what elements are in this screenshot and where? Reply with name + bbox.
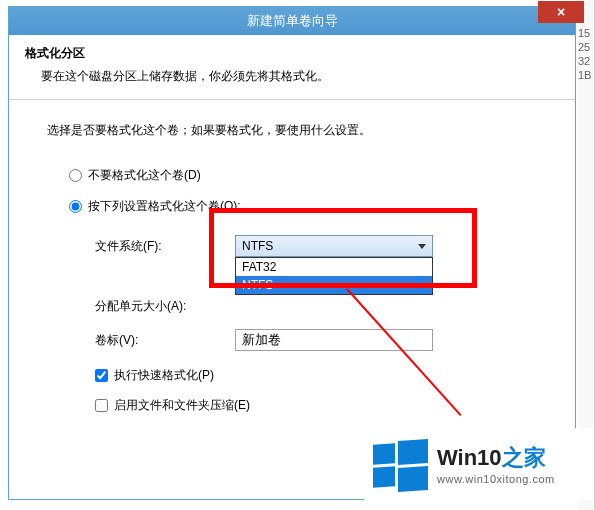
watermark-brand-prefix: Win10: [437, 445, 502, 470]
watermark-brand-suffix: 之家: [502, 445, 546, 470]
radio-do-format-input[interactable]: [69, 200, 82, 213]
compress-row[interactable]: 启用文件和文件夹压缩(E): [95, 393, 545, 417]
quick-format-checkbox[interactable]: [95, 369, 108, 382]
radio-no-format-label: 不要格式化这个卷(D): [88, 167, 201, 184]
volume-label-row: 卷标(V):: [95, 323, 545, 357]
volume-label: 卷标(V):: [95, 332, 235, 349]
dialog-title: 新建简单卷向导: [247, 12, 338, 30]
filesystem-dropdown[interactable]: NTFS: [235, 235, 433, 257]
filesystem-option-ntfs[interactable]: NTFS: [236, 276, 432, 294]
filesystem-label: 文件系统(F):: [95, 238, 235, 255]
allocation-label: 分配单元大小(A):: [95, 298, 235, 315]
section-description: 要在这个磁盘分区上储存数据，你必须先将其格式化。: [41, 68, 559, 85]
radio-do-format-label: 按下列设置格式化这个卷(O):: [88, 198, 241, 215]
watermark-url: www.win10xitong.com: [437, 473, 555, 485]
radio-no-format-input[interactable]: [69, 169, 82, 182]
volume-label-input[interactable]: [235, 329, 433, 351]
compress-checkbox[interactable]: [95, 399, 108, 412]
filesystem-listbox[interactable]: FAT32 NTFS: [235, 257, 433, 295]
watermark: Win10之家 www.win10xitong.com: [364, 428, 594, 500]
watermark-text: Win10之家 www.win10xitong.com: [437, 443, 555, 485]
quick-format-row[interactable]: 执行快速格式化(P): [95, 363, 545, 387]
filesystem-selected: NTFS: [242, 239, 273, 253]
close-icon: ×: [557, 4, 565, 20]
titlebar: 新建简单卷向导 ×: [9, 7, 575, 35]
radio-no-format[interactable]: 不要格式化这个卷(D): [69, 167, 545, 184]
instruction-text: 选择是否要格式化这个卷；如果要格式化，要使用什么设置。: [47, 122, 545, 139]
header-section: 格式化分区 要在这个磁盘分区上储存数据，你必须先将其格式化。: [9, 35, 575, 100]
section-heading: 格式化分区: [25, 45, 559, 62]
wizard-dialog: 新建简单卷向导 × 格式化分区 要在这个磁盘分区上储存数据，你必须先将其格式化。…: [8, 6, 576, 500]
radio-do-format[interactable]: 按下列设置格式化这个卷(O):: [69, 198, 545, 215]
quick-format-label: 执行快速格式化(P): [114, 367, 214, 384]
close-button[interactable]: ×: [538, 1, 584, 23]
format-fields: 文件系统(F): NTFS FAT32 NTFS 分配单元大小(A):: [95, 229, 545, 357]
filesystem-row: 文件系统(F): NTFS FAT32 NTFS: [95, 229, 545, 263]
compress-label: 启用文件和文件夹压缩(E): [114, 397, 250, 414]
filesystem-option-fat32[interactable]: FAT32: [236, 258, 432, 276]
windows-logo-icon: [373, 438, 429, 490]
chevron-down-icon: [418, 244, 426, 249]
